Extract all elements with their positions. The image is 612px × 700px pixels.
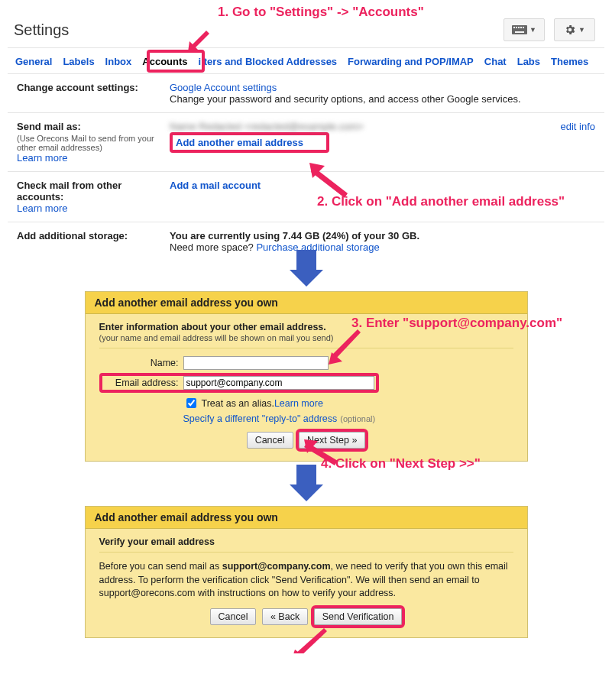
content-send-mail-as: Name Redacted <redacted@example.com> Add… <box>170 121 542 164</box>
storage-used: 7.44 GB (24%) <box>283 230 349 241</box>
google-account-settings-link[interactable]: Google Account settings <box>170 82 277 93</box>
send-as-right: edit info <box>542 121 595 164</box>
dialog1-body: Enter information about your other email… <box>86 314 527 461</box>
storage-total: 30 GB <box>388 230 417 241</box>
section-check-mail: Check mail from other accounts: Learn mo… <box>8 172 604 222</box>
storage-more: Need more space? <box>170 241 256 253</box>
add-another-email-link[interactable]: Add another email address <box>176 137 303 148</box>
alias-text: Treat as an alias. <box>202 398 274 409</box>
section-send-mail-as: Send mail as: (Use Orecons Mail to send … <box>8 113 604 172</box>
send-verification-button[interactable]: Send Verification <box>314 608 403 625</box>
label-change-account: Change account settings: <box>17 82 170 105</box>
dialog1-title: Add another email address you own <box>86 292 527 314</box>
svg-marker-16 <box>290 650 307 653</box>
dialog2-buttons: Cancel « Back Send Verification <box>99 608 513 625</box>
svg-rect-1 <box>513 27 515 28</box>
change-account-desc: Change your password and security option… <box>170 93 521 105</box>
highlight-add-another-email: Add another email address <box>170 132 329 153</box>
tab-chat[interactable]: Chat <box>484 56 507 67</box>
dialog2-body: Verify your email address Before you can… <box>86 529 527 637</box>
dialog1-buttons: Cancel Next Step » <box>99 432 513 449</box>
tab-inbox[interactable]: Inbox <box>105 56 132 67</box>
add-mail-account-link[interactable]: Add a mail account <box>170 180 261 191</box>
content-check-mail: Add a mail account <box>170 180 595 214</box>
check-mail-learn-more-link[interactable]: Learn more <box>17 203 67 214</box>
next-step-button[interactable]: Next Step » <box>299 432 365 449</box>
dialog1-heading: Enter information about your other email… <box>99 322 326 332</box>
dialog2-heading: Verify your email address <box>99 536 215 547</box>
input-email[interactable] <box>183 376 374 390</box>
gmail-settings-panel: 1. Go to "Settings" -> "Accounts" Settin… <box>8 15 604 261</box>
alias-learn-more-link[interactable]: Learn more <box>274 398 323 409</box>
keyboard-icon-button[interactable]: ▼ <box>504 18 545 41</box>
label-send-mail-as: Send mail as: (Use Orecons Mail to send … <box>17 121 170 164</box>
dialog2-title: Add another email address you own <box>86 507 527 529</box>
reply-to-optional: (optional) <box>340 414 375 423</box>
dialog-add-email-step1: Add another email address you own Enter … <box>85 291 528 462</box>
row-reply-to: Specify a different "reply-to" address (… <box>183 413 513 424</box>
label-text: Send mail as: <box>17 121 81 132</box>
tab-general[interactable]: General <box>15 56 52 67</box>
svg-rect-2 <box>516 27 517 28</box>
text-email: support@company.com <box>222 561 331 572</box>
label-check-mail: Check mail from other accounts: Learn mo… <box>17 180 170 214</box>
cancel-button[interactable]: Cancel <box>247 432 293 449</box>
storage-suffix: . <box>416 230 419 241</box>
page-title: Settings <box>14 21 69 39</box>
label-email: Email address: <box>104 378 183 388</box>
cancel-button[interactable]: Cancel <box>210 608 257 625</box>
tab-labs[interactable]: Labs <box>517 56 540 67</box>
settings-header: Settings ▼ ▼ <box>8 15 604 48</box>
tab-forwarding[interactable]: Forwarding and POP/IMAP <box>348 56 474 67</box>
storage-of: of your <box>349 230 388 241</box>
send-as-learn-more-link[interactable]: Learn more <box>17 152 67 164</box>
text-a: Before you can send mail as <box>99 561 222 572</box>
row-name: Name: <box>99 356 513 370</box>
dialog2-text: Before you can send mail as support@comp… <box>99 560 513 601</box>
svg-rect-6 <box>515 31 524 33</box>
storage-prefix: You are currently using <box>170 230 283 241</box>
flow-arrow-2 <box>290 484 323 501</box>
highlight-email-row: Email address: <box>99 373 379 393</box>
identity-blurred: Name Redacted <redacted@example.com> <box>170 121 364 132</box>
tab-accounts[interactable]: Accounts <box>142 56 187 67</box>
content-storage: You are currently using 7.44 GB (24%) of… <box>170 230 595 253</box>
back-button[interactable]: « Back <box>262 608 308 625</box>
section-change-account: Change account settings: Google Account … <box>8 74 604 113</box>
flow-arrow-1 <box>290 270 323 287</box>
tab-filters[interactable]: ilters and Blocked Addresses <box>199 56 338 67</box>
edit-info-link[interactable]: edit info <box>560 121 595 132</box>
label-name: Name: <box>99 358 183 368</box>
dialog2-separator <box>99 552 513 553</box>
svg-rect-0 <box>512 25 527 34</box>
label-text: Check mail from other accounts: <box>17 180 121 203</box>
dialog1-separator <box>99 348 513 348</box>
settings-tabs: General Labels Inbox Accounts ilters and… <box>8 48 604 74</box>
header-buttons: ▼ ▼ <box>504 18 595 41</box>
checkbox-alias[interactable] <box>186 398 196 408</box>
label-sub: (Use Orecons Mail to send from your othe… <box>17 134 170 152</box>
content-change-account: Google Account settings Change your pass… <box>170 82 595 105</box>
dialog-add-email-step2: Add another email address you own Verify… <box>85 506 528 638</box>
gear-icon-button[interactable]: ▼ <box>554 18 595 41</box>
row-alias: Treat as an alias. Learn more <box>183 396 513 410</box>
svg-rect-4 <box>520 27 522 28</box>
input-name[interactable] <box>183 356 329 370</box>
purchase-storage-link[interactable]: Purchase additional storage <box>256 241 379 253</box>
row-email: Email address: <box>99 373 513 393</box>
tab-labels[interactable]: Labels <box>63 56 94 67</box>
label-storage: Add additional storage: <box>17 230 170 253</box>
svg-rect-5 <box>523 27 524 28</box>
tab-themes[interactable]: Themes <box>551 56 588 67</box>
svg-rect-3 <box>518 27 520 28</box>
reply-to-link[interactable]: Specify a different "reply-to" address <box>183 413 338 424</box>
dialog1-sub: (your name and email address will be sho… <box>99 333 334 342</box>
